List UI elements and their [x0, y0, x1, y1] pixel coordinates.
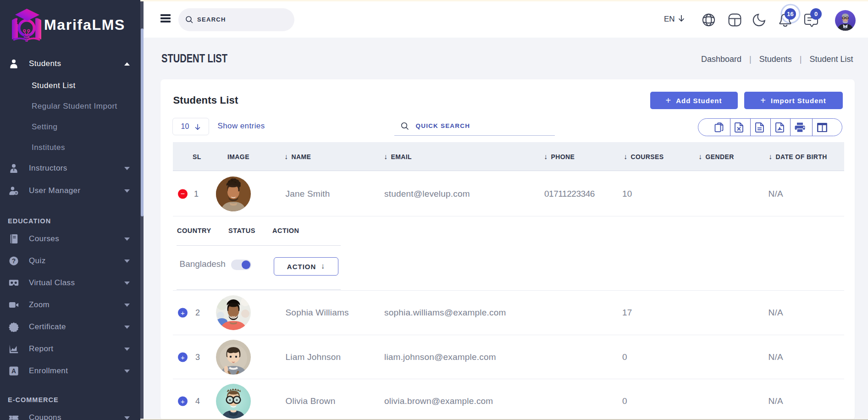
svg-text:?: ?: [12, 258, 16, 265]
svg-text:A: A: [11, 368, 16, 375]
